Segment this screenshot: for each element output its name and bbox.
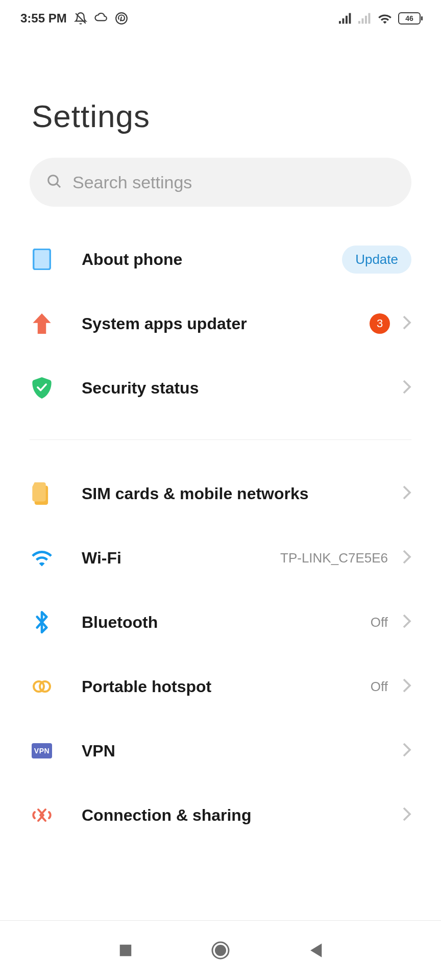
svg-rect-5 <box>349 13 351 24</box>
search-icon <box>46 173 62 191</box>
item-security-status[interactable]: Security status <box>0 356 441 420</box>
chevron-right-icon <box>402 678 411 695</box>
arrow-up-icon <box>31 312 53 335</box>
svg-point-12 <box>48 176 58 185</box>
chevron-right-icon <box>402 379 411 397</box>
status-time: 3:55 PM <box>20 11 67 26</box>
search-input[interactable] <box>72 173 395 192</box>
item-value: Off <box>371 615 388 630</box>
item-hotspot[interactable]: Portable hotspot Off <box>0 654 441 719</box>
svg-rect-4 <box>346 16 348 24</box>
item-sim-cards[interactable]: SIM cards & mobile networks <box>0 461 441 526</box>
nav-recent-button[interactable] <box>95 935 156 966</box>
bell-off-icon <box>74 12 87 25</box>
svg-point-19 <box>215 945 226 956</box>
cloud-icon <box>94 13 108 24</box>
wifi-setting-icon <box>31 547 53 569</box>
hotspot-icon <box>31 675 53 698</box>
item-label: SIM cards & mobile networks <box>82 484 402 503</box>
item-label: Bluetooth <box>82 613 371 632</box>
signal-2-icon <box>358 13 372 24</box>
status-bar: 3:55 PM 46 <box>0 0 441 37</box>
item-system-updater[interactable]: System apps updater 3 <box>0 291 441 356</box>
nav-back-button[interactable] <box>285 935 346 966</box>
nav-bar <box>0 921 441 980</box>
divider <box>30 439 411 440</box>
vpn-icon: VPN <box>31 740 53 762</box>
item-connection-sharing[interactable]: Connection & sharing <box>0 783 441 847</box>
search-box[interactable] <box>30 158 411 207</box>
battery-text: 46 <box>405 14 413 22</box>
chevron-right-icon <box>402 742 411 760</box>
item-label: Security status <box>82 379 402 398</box>
svg-rect-2 <box>339 21 341 23</box>
item-label: Wi-Fi <box>82 549 280 568</box>
item-label: VPN <box>82 742 402 761</box>
chevron-right-icon <box>402 315 411 332</box>
item-bluetooth[interactable]: Bluetooth Off <box>0 590 441 654</box>
chevron-right-icon <box>402 549 411 567</box>
chevron-right-icon <box>402 485 411 502</box>
status-left: 3:55 PM <box>20 11 128 26</box>
svg-rect-11 <box>421 16 423 20</box>
item-value: TP-LINK_C7E5E6 <box>280 550 388 566</box>
sim-icon <box>31 482 53 505</box>
item-vpn[interactable]: VPN VPN <box>0 719 441 783</box>
svg-rect-14 <box>34 249 51 270</box>
item-wifi[interactable]: Wi-Fi TP-LINK_C7E5E6 <box>0 526 441 590</box>
chevron-right-icon <box>402 806 411 824</box>
settings-list: About phone Update System apps updater 3… <box>0 207 441 847</box>
item-label: System apps updater <box>82 314 370 333</box>
connection-icon <box>31 804 53 826</box>
svg-rect-9 <box>369 13 371 24</box>
battery-icon: 46 <box>398 12 424 25</box>
item-label: Portable hotspot <box>82 677 371 696</box>
wifi-icon <box>378 13 392 24</box>
svg-rect-8 <box>365 16 367 24</box>
chevron-right-icon <box>402 614 411 631</box>
nav-home-button[interactable] <box>190 935 251 966</box>
update-badge[interactable]: Update <box>342 246 411 274</box>
svg-rect-3 <box>342 18 345 23</box>
bluetooth-icon <box>31 611 53 633</box>
svg-line-13 <box>57 184 60 187</box>
svg-rect-6 <box>358 21 360 23</box>
item-about-phone[interactable]: About phone Update <box>0 227 441 291</box>
status-right: 46 <box>339 12 424 25</box>
item-value: Off <box>371 679 388 695</box>
phone-square-icon <box>31 248 53 271</box>
item-label: Connection & sharing <box>82 806 402 825</box>
signal-1-icon <box>339 13 352 24</box>
pinterest-icon <box>115 12 128 25</box>
count-badge: 3 <box>370 313 390 334</box>
svg-rect-17 <box>120 945 132 957</box>
item-label: About phone <box>82 250 342 269</box>
page-title: Settings <box>0 37 441 134</box>
shield-check-icon <box>31 377 53 399</box>
svg-rect-7 <box>362 18 364 23</box>
